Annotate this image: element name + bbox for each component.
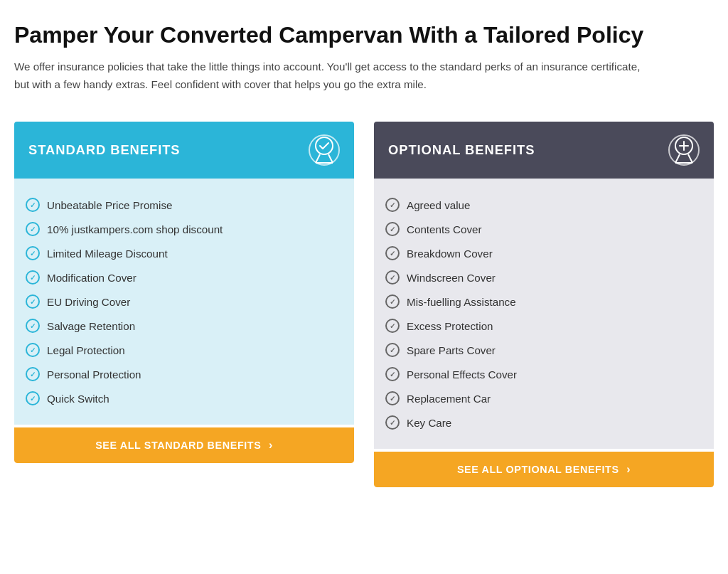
check-circle-icon: ✓ [385,246,400,260]
benefit-label: Salvage Retention [47,320,135,332]
standard-cta-arrow: › [269,439,273,451]
optional-benefits-body: ✓ Agreed value ✓ Contents Cover ✓ Breakd… [374,179,714,449]
benefit-label: Limited Mileage Discount [47,248,168,260]
standard-items-list: ✓ Unbeatable Price Promise ✓ 10% justkam… [26,193,343,410]
benefit-label: Agreed value [407,199,471,211]
optional-benefits-title: OPTIONAL BENEFITS [388,142,535,158]
page-title: Pamper Your Converted Campervan With a T… [14,21,714,48]
standard-benefits-column: STANDARD BENEFITS ✓ Unbeatable P [14,122,354,463]
optional-benefit-item: ✓ Key Care [385,410,702,435]
check-circle-icon: ✓ [385,343,400,357]
check-circle-icon: ✓ [26,343,40,357]
benefit-label: Windscreen Cover [407,272,496,284]
standard-medal-icon [309,134,340,166]
benefit-label: Spare Parts Cover [407,344,496,356]
check-circle-icon: ✓ [385,391,400,405]
check-circle-icon: ✓ [385,367,400,381]
standard-benefit-item: ✓ Salvage Retention [26,314,343,338]
standard-benefits-header: STANDARD BENEFITS [14,122,354,179]
benefit-label: Legal Protection [47,344,125,356]
standard-benefit-item: ✓ 10% justkampers.com shop discount [26,217,343,241]
optional-benefits-header: OPTIONAL BENEFITS [374,122,714,179]
standard-cta-label: SEE ALL STANDARD BENEFITS [95,440,261,451]
optional-benefits-card: OPTIONAL BENEFITS ✓ Agreed value [374,122,714,487]
check-circle-icon: ✓ [385,270,400,285]
check-circle-icon: ✓ [26,270,40,285]
benefit-label: Quick Switch [47,393,109,405]
optional-benefit-item: ✓ Agreed value [385,193,702,217]
optional-benefit-item: ✓ Spare Parts Cover [385,338,702,362]
standard-benefit-item: ✓ Quick Switch [26,386,343,410]
benefit-label: Personal Effects Cover [407,368,517,381]
page-subtitle: We offer insurance policies that take th… [14,58,654,93]
benefit-label: 10% justkampers.com shop discount [47,223,223,235]
optional-benefit-item: ✓ Mis-fuelling Assistance [385,289,702,314]
benefit-label: Excess Protection [407,320,493,332]
standard-benefit-item: ✓ Legal Protection [26,338,343,362]
benefit-label: Modification Cover [47,272,136,284]
optional-benefit-item: ✓ Excess Protection [385,314,702,338]
optional-benefit-item: ✓ Breakdown Cover [385,241,702,265]
optional-benefit-item: ✓ Personal Effects Cover [385,362,702,386]
standard-benefit-item: ✓ Limited Mileage Discount [26,241,343,265]
standard-benefit-item: ✓ EU Driving Cover [26,289,343,314]
benefit-label: Unbeatable Price Promise [47,199,172,211]
standard-benefit-item: ✓ Modification Cover [26,265,343,289]
check-circle-icon: ✓ [26,294,40,309]
check-circle-icon: ✓ [26,198,40,212]
standard-benefits-card: STANDARD BENEFITS ✓ Unbeatable P [14,122,354,463]
benefit-label: Replacement Car [407,393,491,405]
optional-benefit-item: ✓ Contents Cover [385,217,702,241]
check-circle-icon: ✓ [385,415,400,430]
optional-cta-button[interactable]: SEE ALL OPTIONAL BENEFITS › [374,452,714,487]
standard-benefits-title: STANDARD BENEFITS [28,142,181,158]
benefit-label: Key Care [407,417,451,429]
check-circle-icon: ✓ [385,198,400,212]
optional-cta-arrow: › [626,463,631,475]
check-circle-icon: ✓ [26,367,40,381]
optional-benefit-item: ✓ Replacement Car [385,386,702,410]
optional-medal-icon [668,134,700,166]
standard-benefit-item: ✓ Personal Protection [26,362,343,386]
standard-benefits-body: ✓ Unbeatable Price Promise ✓ 10% justkam… [14,179,354,425]
benefit-label: EU Driving Cover [47,296,130,308]
check-circle-icon: ✓ [385,319,400,333]
svg-point-0 [316,137,333,154]
optional-benefit-item: ✓ Windscreen Cover [385,265,702,289]
benefits-container: STANDARD BENEFITS ✓ Unbeatable P [14,122,714,487]
check-circle-icon: ✓ [26,391,40,405]
benefit-label: Breakdown Cover [407,248,493,260]
standard-benefit-item: ✓ Unbeatable Price Promise [26,193,343,217]
optional-benefits-column: OPTIONAL BENEFITS ✓ Agreed value [374,122,714,487]
check-circle-icon: ✓ [385,222,400,236]
benefit-label: Contents Cover [407,223,482,235]
optional-items-list: ✓ Agreed value ✓ Contents Cover ✓ Breakd… [385,193,702,435]
benefit-label: Mis-fuelling Assistance [407,296,516,308]
check-circle-icon: ✓ [26,246,40,260]
standard-cta-button[interactable]: SEE ALL STANDARD BENEFITS › [14,427,354,463]
optional-cta-label: SEE ALL OPTIONAL BENEFITS [457,464,619,475]
check-circle-icon: ✓ [26,222,40,236]
benefit-label: Personal Protection [47,368,141,381]
check-circle-icon: ✓ [385,294,400,309]
check-circle-icon: ✓ [26,319,40,333]
